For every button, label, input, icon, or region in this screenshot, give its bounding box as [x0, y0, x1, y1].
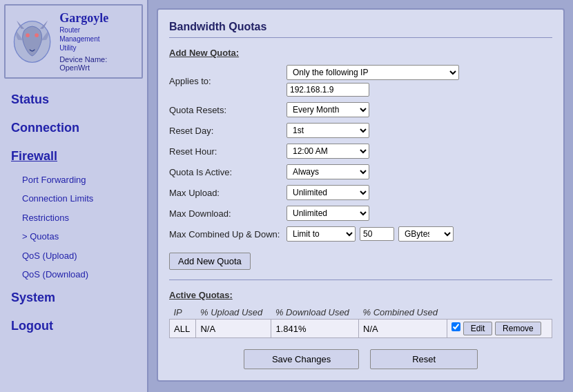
- applies-to-select[interactable]: All IPs Only the following IP All except…: [286, 65, 459, 80]
- applies-to-label: Applies to:: [169, 76, 286, 86]
- logo-text: Gargoyle Router Management Utility Devic…: [59, 11, 136, 72]
- edit-quota-button[interactable]: Edit: [463, 322, 493, 335]
- max-combined-unit-select[interactable]: MBytes GBytes: [398, 226, 454, 242]
- sidebar-item-restrictions[interactable]: Restrictions: [0, 208, 147, 227]
- table-header-row: IP % Upload Used % Download Used % Combi…: [170, 306, 552, 320]
- main-content: Bandwidth Quotas Add New Quota: Applies …: [148, 0, 573, 392]
- quota-table: IP % Upload Used % Download Used % Combi…: [169, 306, 552, 338]
- sidebar-item-status[interactable]: Status: [0, 86, 147, 114]
- applies-to-controls: All IPs Only the following IP All except…: [286, 65, 459, 97]
- sidebar-item-connection-limits[interactable]: Connection Limits: [0, 189, 147, 208]
- panel-title: Bandwidth Quotas: [169, 21, 552, 38]
- max-download-select[interactable]: Unlimited Limit to: [286, 206, 369, 221]
- max-download-row: Max Download: Unlimited Limit to: [169, 206, 552, 221]
- nav-section: Status Connection Firewall Port Forwardi…: [0, 83, 147, 343]
- svg-point-1: [26, 33, 30, 37]
- reset-day-label: Reset Day:: [169, 126, 286, 136]
- cell-ip: ALL: [170, 320, 196, 338]
- sidebar: Gargoyle Router Management Utility Devic…: [0, 0, 148, 392]
- sidebar-item-quotas[interactable]: Quotas: [0, 227, 147, 246]
- save-changes-button[interactable]: Save Changes: [244, 349, 359, 369]
- reset-day-select[interactable]: 1st 2nd 3rd 4th 5th: [286, 123, 369, 138]
- max-combined-label: Max Combined Up & Down:: [169, 229, 286, 239]
- add-quota-button[interactable]: Add New Quota: [169, 253, 251, 270]
- add-quota-section-label: Add New Quota:: [169, 48, 552, 58]
- reset-button[interactable]: Reset: [370, 349, 478, 369]
- app-title: Gargoyle: [59, 11, 136, 26]
- max-combined-select[interactable]: Unlimited Limit to: [286, 226, 356, 242]
- sidebar-item-qos-download[interactable]: QoS (Download): [0, 265, 147, 284]
- quota-resets-label: Quota Resets:: [169, 105, 286, 115]
- col-combined-used: % Combined Used: [359, 306, 447, 320]
- device-name: Device Name: OpenWrt: [59, 55, 136, 72]
- cell-actions: Edit Remove: [447, 320, 552, 338]
- sidebar-item-system[interactable]: System: [0, 284, 147, 312]
- logo-area: Gargoyle Router Management Utility Devic…: [4, 4, 143, 79]
- quota-resets-select[interactable]: Every Day Every Week Every Month Every Y…: [286, 102, 369, 117]
- section-divider: [169, 280, 552, 280]
- sidebar-item-port-forwarding[interactable]: Port Forwarding: [0, 170, 147, 189]
- quota-active-row: Quota Is Active: Always Scheduled: [169, 164, 552, 179]
- app-subtitle: Router Management Utility: [59, 26, 136, 52]
- sidebar-item-qos-upload[interactable]: QoS (Upload): [0, 246, 147, 265]
- cell-download-used: 1.841%: [271, 320, 359, 338]
- applies-to-row: Applies to: All IPs Only the following I…: [169, 65, 552, 97]
- sidebar-item-firewall[interactable]: Firewall: [0, 142, 147, 170]
- reset-hour-row: Reset Hour: 12:00 AM 1:00 AM 6:00 AM 12:…: [169, 144, 552, 159]
- max-combined-row: Max Combined Up & Down: Unlimited Limit …: [169, 226, 552, 242]
- reset-hour-select[interactable]: 12:00 AM 1:00 AM 6:00 AM 12:00 PM: [286, 144, 369, 159]
- max-download-label: Max Download:: [169, 208, 286, 219]
- active-quotas-label: Active Quotas:: [169, 290, 552, 300]
- bandwidth-quotas-panel: Bandwidth Quotas Add New Quota: Applies …: [157, 8, 565, 382]
- gargoyle-logo-icon: [11, 17, 54, 66]
- col-upload-used: % Upload Used: [196, 306, 271, 320]
- col-actions: [447, 306, 552, 320]
- sidebar-item-connection[interactable]: Connection: [0, 114, 147, 142]
- quota-resets-row: Quota Resets: Every Day Every Week Every…: [169, 102, 552, 117]
- cell-upload-used: N/A: [196, 320, 271, 338]
- sidebar-item-logout[interactable]: Logout: [0, 312, 147, 340]
- reset-day-row: Reset Day: 1st 2nd 3rd 4th 5th: [169, 123, 552, 138]
- col-ip: IP: [170, 306, 196, 320]
- max-upload-label: Max Upload:: [169, 188, 286, 198]
- reset-hour-label: Reset Hour:: [169, 146, 286, 157]
- cell-combined-used: N/A: [359, 320, 447, 338]
- svg-point-2: [35, 33, 39, 37]
- remove-quota-button[interactable]: Remove: [495, 322, 541, 335]
- table-row: ALL N/A 1.841% N/A Edit Remove: [170, 320, 552, 338]
- footer-buttons: Save Changes Reset: [169, 349, 552, 369]
- ip-input[interactable]: [286, 83, 369, 97]
- quota-active-select[interactable]: Always Scheduled: [286, 164, 369, 179]
- quota-active-label: Quota Is Active:: [169, 167, 286, 177]
- max-upload-row: Max Upload: Unlimited Limit to: [169, 185, 552, 200]
- max-upload-select[interactable]: Unlimited Limit to: [286, 185, 369, 200]
- quota-checkbox[interactable]: [451, 322, 460, 331]
- max-combined-amount-input[interactable]: [360, 227, 394, 241]
- combined-controls: Unlimited Limit to MBytes GBytes: [286, 226, 454, 242]
- col-download-used: % Download Used: [271, 306, 359, 320]
